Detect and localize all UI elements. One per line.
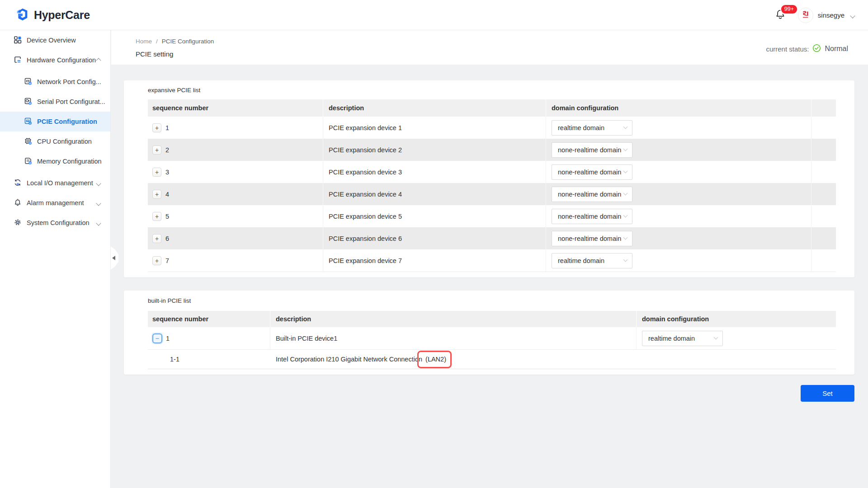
sidebar-item-alarm-management[interactable]: Alarm management	[0, 193, 110, 213]
sidebar-item-pcie-configuration[interactable]: PCIE Configuration	[0, 112, 110, 131]
domain-select[interactable]: none-realtime domain	[552, 164, 632, 180]
table-row: + 7 PCIE expansion device 7 realtime dom…	[148, 249, 836, 272]
table-row: + 2 PCIE expansion device 2 none-realtim…	[148, 139, 836, 161]
description-cell: PCIE expansion device 1	[323, 117, 546, 139]
expand-row-button[interactable]: +	[152, 256, 161, 265]
sidebar-item-hardware-configuration[interactable]: Hardware Configuration	[0, 50, 110, 70]
table-header: sequence number description domain confi…	[148, 311, 836, 327]
device-description: PCIE expansion device 3	[329, 169, 402, 176]
domain-select-value: realtime domain	[648, 335, 695, 342]
domain-select[interactable]: realtime domain	[552, 253, 632, 268]
column-header-domain-configuration: domain configuration	[637, 311, 836, 327]
domain-cell: realtime domain	[637, 327, 836, 349]
empty-cell	[811, 227, 836, 249]
grid-icon	[14, 36, 22, 45]
serial-port-icon	[24, 97, 32, 107]
sequence-cell: + 5	[148, 205, 323, 227]
description-cell: PCIE expansion device 4	[323, 183, 546, 205]
expand-row-button[interactable]: +	[152, 145, 161, 155]
hardware-icon	[14, 56, 22, 65]
collapse-row-button[interactable]: −	[152, 333, 162, 343]
domain-cell: none-realtime domain	[546, 161, 811, 183]
notifications-button[interactable]: 99+	[774, 9, 786, 22]
expand-row-button[interactable]: +	[152, 168, 161, 177]
sequence-cell: − 1	[148, 327, 270, 349]
domain-cell: realtime domain	[546, 117, 811, 139]
description-cell: PCIE expansion device 5	[323, 205, 546, 227]
column-header-description: description	[323, 99, 546, 117]
domain-select[interactable]: none-realtime domain	[552, 231, 632, 246]
sequence-cell: + 2	[148, 139, 323, 161]
domain-select-value: none-realtime domain	[558, 169, 621, 176]
table-row: + 4 PCIE expansion device 4 none-realtim…	[148, 183, 836, 205]
domain-select-value: realtime domain	[558, 124, 604, 131]
device-description: Intel Corporation I210 Gigabit Network C…	[276, 356, 424, 363]
sequence-number: 4	[165, 191, 169, 198]
sidebar-item-memory-configuration[interactable]: Memory Configuration	[0, 151, 110, 171]
sequence-cell: + 4	[148, 183, 323, 205]
sidebar-item-device-overview[interactable]: Device Overview	[0, 30, 110, 50]
status-label: current status:	[766, 45, 809, 53]
sidebar-item-system-configuration[interactable]: System Configuration	[0, 213, 110, 233]
cpu-icon	[24, 137, 32, 146]
chevron-down-icon	[623, 213, 628, 218]
sidebar-item-cpu-configuration[interactable]: CPU Configuration	[0, 131, 110, 151]
triangle-left-icon	[112, 256, 115, 260]
column-header-sequence-number: sequence number	[148, 311, 270, 327]
expand-row-button[interactable]: +	[152, 234, 161, 243]
annotation-red-box: (LAN2)	[417, 351, 452, 368]
sidebar-item-local-io-management[interactable]: Local I/O management	[0, 173, 110, 193]
expand-row-button[interactable]: +	[152, 190, 161, 199]
description-cell: PCIE expansion device 7	[323, 249, 546, 272]
domain-select[interactable]: none-realtime domain	[552, 187, 632, 202]
sidebar-item-label: Alarm management	[27, 199, 84, 206]
domain-select[interactable]: none-realtime domain	[552, 142, 632, 158]
sequence-number: 2	[165, 146, 169, 154]
breadcrumb-separator: /	[156, 38, 158, 45]
device-description: PCIE expansion device 2	[329, 146, 402, 154]
breadcrumb-home-link[interactable]: Home	[136, 38, 152, 45]
table-row: − 1 Built-in PCIE device1 realtime domai…	[148, 327, 836, 349]
domain-select[interactable]: realtime domain	[642, 331, 723, 346]
page-header: Home / PCIE Configuration PCIE setting c…	[111, 30, 868, 65]
chevron-down-icon	[623, 125, 628, 129]
sequence-number: 6	[165, 235, 169, 242]
sidebar-collapse-handle[interactable]	[111, 246, 118, 270]
domain-select-value: none-realtime domain	[558, 191, 621, 198]
chevron-down-icon	[97, 219, 100, 226]
annotated-text: (LAN2)	[425, 356, 446, 363]
chevron-down-icon	[623, 147, 628, 151]
avatar[interactable]	[798, 8, 813, 23]
empty-cell	[811, 117, 836, 139]
domain-select[interactable]: none-realtime domain	[552, 209, 632, 224]
empty-cell	[811, 161, 836, 183]
chevron-down-icon	[623, 235, 628, 240]
sequence-number: 7	[165, 257, 169, 264]
sequence-cell: 1-1	[148, 350, 270, 369]
sequence-cell: + 1	[148, 117, 323, 139]
domain-select[interactable]: realtime domain	[552, 120, 632, 136]
column-header-empty	[811, 99, 836, 117]
table-row: + 5 PCIE expansion device 5 none-realtim…	[148, 205, 836, 227]
sequence-number: 3	[165, 169, 169, 176]
alarm-icon	[14, 198, 22, 208]
sidebar-item-label: Device Overview	[27, 37, 76, 44]
sequence-number: 1	[165, 124, 169, 131]
sequence-number: 5	[165, 213, 169, 220]
domain-cell: none-realtime domain	[546, 205, 811, 227]
sidebar-item-serial-port-configuration[interactable]: Serial Port Configurat...	[0, 92, 110, 112]
description-cell: PCIE expansion device 3	[323, 161, 546, 183]
set-button[interactable]: Set	[801, 385, 854, 402]
expand-row-button[interactable]: +	[152, 212, 161, 221]
table-row: + 1 PCIE expansion device 1 realtime dom…	[148, 117, 836, 139]
page-title: PCIE setting	[136, 50, 173, 58]
description-cell: Intel Corporation I210 Gigabit Network C…	[270, 350, 637, 369]
user-menu-button[interactable]	[851, 12, 854, 19]
device-description: PCIE expansion device 6	[329, 235, 402, 242]
expand-row-button[interactable]: +	[152, 123, 161, 132]
sequence-number: 1	[166, 335, 170, 342]
sidebar-item-network-port-configuration[interactable]: Network Port Config...	[0, 72, 110, 92]
breadcrumb: Home / PCIE Configuration	[136, 38, 214, 45]
domain-select-value: none-realtime domain	[558, 146, 621, 154]
company-avatar-icon	[801, 10, 810, 20]
